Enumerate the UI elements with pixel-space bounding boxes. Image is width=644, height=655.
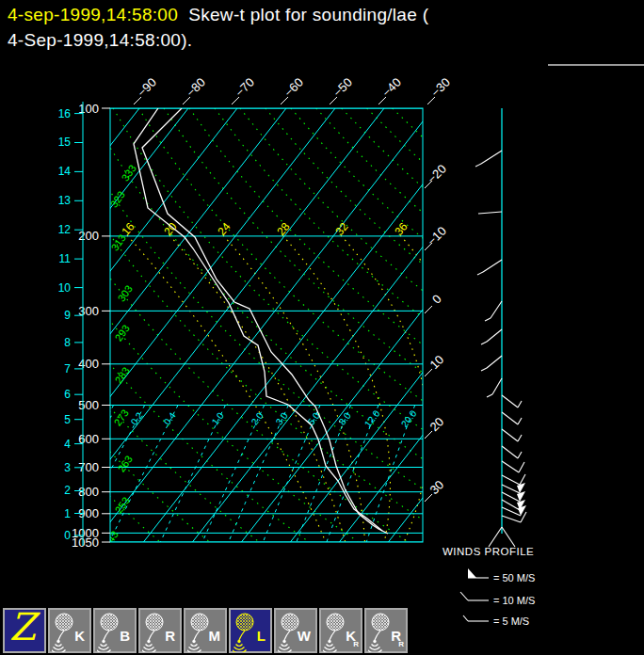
toolbar: ZKBRMLWKRRR (3, 608, 408, 653)
height-label: 9 (64, 309, 71, 322)
height-label: 11 (59, 252, 72, 265)
svg-text:323: 323 (108, 189, 127, 210)
svg-text:28: 28 (274, 220, 293, 238)
toolbar-button-logo[interactable]: Z (3, 608, 46, 653)
pressure-label: 1050 (72, 535, 99, 550)
height-label: 6 (64, 388, 71, 401)
svg-text:2.0: 2.0 (250, 410, 266, 427)
svg-text:24: 24 (215, 220, 233, 238)
height-label: 16 (58, 107, 72, 120)
toolbar-button-RR[interactable]: RR (364, 608, 408, 653)
skewt-chart: 2432532632732832933033133233331620242832… (0, 0, 644, 655)
height-label: 15 (58, 136, 72, 149)
height-label: 7 (64, 362, 71, 375)
svg-text:0.4: 0.4 (162, 410, 178, 427)
svg-text:303: 303 (116, 283, 135, 304)
isotherm-label: −30 (428, 75, 453, 100)
svg-text:5.0: 5.0 (306, 410, 322, 427)
isotherm-label: 10 (427, 352, 446, 372)
toolbar-button-label: M (209, 629, 221, 643)
radiosonde-balloon-icon (368, 613, 393, 652)
svg-text:0.1: 0.1 (98, 410, 114, 427)
radiosonde-balloon-icon (97, 613, 121, 652)
isotherm-label: −20 (425, 162, 449, 186)
pressure-label: 500 (78, 398, 99, 412)
app-window: { "window": { "title_line1_highlight": "… (0, 0, 644, 655)
isotherm-label: −40 (379, 75, 404, 100)
isotherm-label: 0 (429, 292, 444, 307)
toolbar-button-label: K (74, 629, 85, 643)
svg-text:273: 273 (112, 407, 131, 428)
toolbar-button-M[interactable]: M (184, 608, 227, 653)
svg-text:3.0: 3.0 (274, 410, 290, 427)
svg-text:263: 263 (116, 454, 135, 474)
height-label: 12 (58, 223, 72, 236)
temperature-trace (142, 108, 388, 534)
height-label: 10 (58, 281, 72, 295)
isotherm-label: 20 (427, 414, 446, 434)
radiosonde-balloon-icon (52, 613, 76, 652)
toolbar-button-label: B (120, 629, 130, 643)
svg-text:283: 283 (113, 365, 132, 386)
height-label: 1 (64, 507, 71, 520)
toolbar-button-label: W (298, 629, 311, 643)
svg-text:32: 32 (332, 220, 351, 238)
legend-label: = 50 M/S (493, 572, 535, 583)
height-label: 8 (64, 336, 71, 349)
radiosonde-balloon-icon (142, 613, 167, 652)
height-label: 5 (64, 413, 71, 426)
height-label: 4 (64, 438, 71, 451)
svg-text:0.2: 0.2 (129, 410, 145, 427)
toolbar-button-K[interactable]: K (48, 608, 91, 653)
app-logo-z: Z (9, 606, 36, 647)
height-label: 13 (58, 194, 72, 207)
pressure-label: 300 (78, 304, 99, 318)
toolbar-button-sublabel: R (353, 641, 359, 648)
toolbar-button-label: L (257, 629, 266, 643)
isotherm-label: −90 (135, 75, 159, 100)
toolbar-button-R[interactable]: R (138, 608, 182, 653)
svg-text:20.0: 20.0 (399, 407, 419, 428)
legend-label: = 10 M/S (493, 595, 535, 606)
pressure-label: 200 (78, 229, 99, 243)
svg-text:20: 20 (161, 220, 180, 238)
toolbar-button-sublabel: R (398, 641, 404, 648)
toolbar-button-W[interactable]: W (274, 608, 317, 653)
height-label: 3 (64, 461, 71, 474)
isotherm-label: −60 (282, 75, 306, 100)
height-label: 0 (64, 529, 71, 542)
radiosonde-balloon-icon (323, 613, 347, 652)
pressure-label: 800 (78, 485, 99, 499)
legend-label: = 5 M/S (493, 615, 529, 627)
svg-text:1.0: 1.0 (210, 410, 226, 427)
toolbar-button-label: R (165, 629, 175, 643)
height-label: 14 (58, 165, 72, 178)
svg-text:243: 243 (102, 529, 121, 550)
isotherm-label: 30 (427, 477, 446, 497)
winds-profile-title: WINDS PROFILE (443, 546, 534, 557)
svg-text:293: 293 (113, 323, 132, 343)
svg-text:8.0: 8.0 (337, 410, 353, 427)
svg-text:12.0: 12.0 (362, 407, 382, 428)
radiosonde-balloon-icon (233, 613, 257, 652)
height-label: 2 (64, 484, 71, 497)
svg-text:36: 36 (392, 220, 411, 238)
toolbar-button-KR[interactable]: KR (319, 608, 362, 653)
toolbar-button-L[interactable]: L (229, 608, 272, 653)
plot-grid: 2432532632732832933033133233331620242832… (0, 108, 644, 550)
isotherm-label: −80 (184, 75, 208, 100)
isotherm-label: −10 (425, 224, 449, 248)
isotherm-label: −70 (233, 75, 257, 100)
toolbar-button-B[interactable]: B (93, 608, 137, 653)
isotherm-label: −50 (330, 75, 355, 100)
plot-border (110, 108, 423, 542)
